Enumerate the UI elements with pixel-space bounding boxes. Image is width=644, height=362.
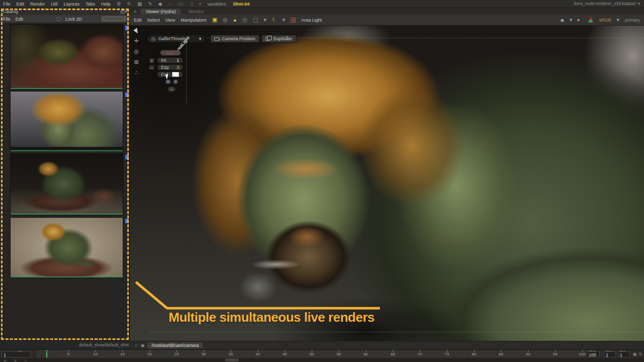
- timeline-tick: 15: [120, 352, 125, 356]
- catalog-menu-file[interactable]: File: [3, 17, 11, 22]
- area-light-widget: areaLight !▭! Int 1 Exp 3 Col || — M S •: [144, 31, 204, 111]
- rgb-channels-icon[interactable]: [588, 18, 593, 23]
- colorspace-chevron-icon[interactable]: ▾: [616, 17, 619, 23]
- intensity-label: Int: [161, 58, 166, 63]
- snap-tool-icon[interactable]: ∴: [135, 69, 138, 76]
- menu-file[interactable]: File: [3, 2, 11, 7]
- timeline-tick: 90: [526, 352, 530, 356]
- loop-icon[interactable]: ↻: [639, 352, 642, 356]
- duplicate-button[interactable]: Duplicate: [262, 35, 296, 43]
- timeline-tick: 50: [309, 352, 314, 356]
- camera-path[interactable]: /root/world/cam/camera: [147, 342, 203, 348]
- slider-handle-icon[interactable]: ||: [149, 58, 154, 63]
- timeline-ruler[interactable]: 1510152025303540455055606570758085909510…: [35, 350, 586, 358]
- viewer-menu-select[interactable]: Select: [147, 18, 160, 23]
- project-shot-label: default_show/default_shot: [0, 342, 129, 347]
- catalog-marker-icon[interactable]: [125, 26, 129, 30]
- solo-button[interactable]: S: [173, 79, 179, 84]
- pointer-tool-icon[interactable]: [578, 18, 583, 21]
- selection-mode-chevron-icon[interactable]: ▾: [264, 17, 267, 23]
- shading-cube-icon[interactable]: ▣: [212, 17, 217, 23]
- light-intensity-field[interactable]: Int 1: [157, 57, 183, 63]
- close-icon[interactable]: ×: [125, 9, 127, 14]
- in-frame-field[interactable]: 1: [2, 351, 31, 357]
- channel-select[interactable]: primary: [625, 18, 640, 23]
- catalog-thumbnail-3[interactable]: [10, 153, 123, 215]
- timeline-tick: 1: [46, 352, 48, 356]
- mute-button[interactable]: M: [165, 79, 171, 84]
- globe-icon[interactable]: ◎: [223, 17, 228, 23]
- catalog-marker-icon[interactable]: [125, 219, 129, 223]
- scenegraph-icon[interactable]: ◆: [158, 1, 163, 7]
- viewer-menu-view[interactable]: View: [166, 18, 175, 23]
- intensity-value[interactable]: 1: [177, 58, 179, 63]
- light-chevron-icon[interactable]: ▾: [282, 17, 285, 23]
- popout-icon[interactable]: ◰: [120, 9, 125, 14]
- display-mode-icon[interactable]: ■: [560, 17, 564, 23]
- catalog-menu-edit[interactable]: Edit: [16, 17, 24, 22]
- tab-viewer-hydra[interactable]: Viewer (Hydra): [140, 9, 181, 15]
- timeline-tick: 25: [174, 352, 179, 356]
- catalog-marker-icon[interactable]: [125, 93, 129, 97]
- current-frame-field[interactable]: 1: [604, 351, 616, 357]
- color-swatch[interactable]: [172, 72, 179, 77]
- timeline-tick: 55: [337, 352, 341, 356]
- select-tool-icon[interactable]: [133, 28, 139, 34]
- time-view-button[interactable]: Time View: [101, 16, 127, 22]
- light-exposure-field[interactable]: Exp 3: [157, 64, 183, 70]
- light-options-button[interactable]: •: [168, 86, 176, 92]
- menu-util[interactable]: Util: [51, 2, 58, 7]
- gear-icon[interactable]: ⚙: [117, 1, 121, 7]
- pen-icon[interactable]: ✎: [148, 1, 152, 7]
- light-manipulator-icon[interactable]: ☾: [272, 17, 277, 23]
- menu-edit[interactable]: Edit: [17, 2, 25, 7]
- rotate-tool-icon[interactable]: ◎: [134, 48, 139, 55]
- menu-help[interactable]: Help: [101, 2, 111, 7]
- menu-render[interactable]: Render: [30, 2, 45, 7]
- tab-monitor[interactable]: Monitor: [185, 9, 208, 15]
- catalog-marker-icon[interactable]: [125, 155, 129, 159]
- pause-toggle[interactable]: ||: [191, 2, 193, 7]
- menu-tabs[interactable]: Tabs: [86, 2, 95, 7]
- viewer-menu-edit[interactable]: Edit: [134, 18, 142, 23]
- variables-value[interactable]: Shot-04: [233, 2, 250, 7]
- render-progress-bar: [11, 150, 123, 151]
- sync-icon[interactable]: ↻: [127, 1, 131, 7]
- catalog-thumbnail-4[interactable]: [10, 217, 123, 278]
- colorspace-select[interactable]: sRGB: [599, 18, 611, 23]
- flipbook-icon[interactable]: ▩: [633, 352, 637, 356]
- exposure-value[interactable]: 3: [177, 65, 179, 70]
- tab-circle-icon[interactable]: ○: [134, 9, 136, 14]
- chevron-down-icon[interactable]: ▾: [199, 1, 201, 7]
- camera-radio-icon[interactable]: ○: [135, 343, 137, 348]
- render-thumbnail-image: [11, 92, 123, 151]
- scale-tool-icon[interactable]: ⊞: [134, 59, 138, 65]
- timeline-tick: 30: [201, 352, 206, 356]
- timeline-tick: 35: [228, 352, 233, 356]
- catalog-thumbnail-1[interactable]: [10, 24, 123, 89]
- mode-3d-toggle[interactable]: 3D:: [178, 2, 185, 7]
- increment-field[interactable]: 1: [618, 351, 630, 357]
- area-light-icon[interactable]: [291, 18, 296, 23]
- camera-active-icon[interactable]: ◉: [140, 343, 144, 348]
- viewer-menu-manipulators[interactable]: Manipulators: [181, 18, 207, 23]
- menu-layouts[interactable]: Layouts: [64, 2, 80, 7]
- light-flag-button[interactable]: !▭!: [160, 50, 181, 56]
- catalog-tab[interactable]: Catalog: [3, 9, 18, 14]
- render-progress-bar: [11, 214, 123, 215]
- camera-position-button[interactable]: Camera Position: [210, 35, 260, 43]
- translate-tool-icon[interactable]: ✛: [134, 38, 138, 44]
- lock-2d-checkbox[interactable]: [57, 17, 60, 21]
- viewport-camera-bar: ○ ◉ /root/world/cam/camera: [130, 341, 644, 349]
- out-frame-field[interactable]: 100: [587, 351, 600, 357]
- orbit-icon[interactable]: ↺: [284, 35, 288, 42]
- timeline-tick: 40: [256, 352, 260, 356]
- catalog-thumbnail-2[interactable]: [10, 91, 123, 152]
- render-viewport[interactable]: [130, 26, 644, 342]
- lighting-toggle-icon[interactable]: ●: [233, 17, 236, 23]
- render-queue-icon[interactable]: ▦: [137, 1, 142, 7]
- slider-handle-icon[interactable]: —: [149, 65, 154, 70]
- project-filename[interactable]: lions_multi-renderer_v19.katana* ▾: [574, 1, 640, 6]
- selection-mode-icon[interactable]: ▢: [253, 17, 258, 23]
- display-mode-chevron-icon[interactable]: ▾: [570, 17, 573, 23]
